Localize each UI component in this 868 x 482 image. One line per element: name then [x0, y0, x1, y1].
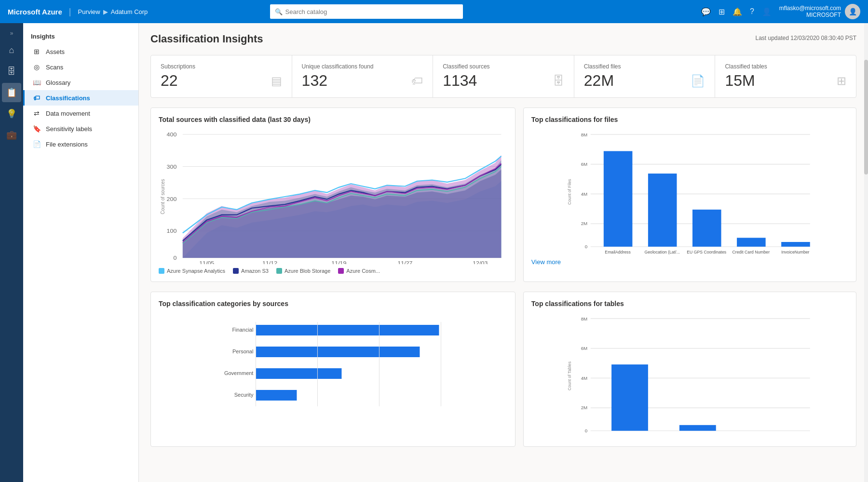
bar-chart-tables-title: Top classifications for tables: [531, 300, 848, 308]
charts-row-2: Top classification categories by sources…: [150, 292, 856, 447]
svg-text:Credit Card Number: Credit Card Number: [732, 250, 770, 254]
svg-text:4M: 4M: [581, 375, 588, 381]
horizontal-bars-area: Financial Personal Government Security: [159, 313, 507, 419]
collapse-button[interactable]: »: [8, 28, 15, 39]
legend-blob-dot: [276, 268, 282, 274]
svg-text:11/12: 11/12: [262, 260, 277, 264]
user-org: MICROSOFT: [779, 12, 841, 18]
svg-text:EmailAddress: EmailAddress: [605, 250, 631, 254]
svg-text:400: 400: [167, 132, 177, 137]
legend-s3: Amazon S3: [233, 268, 269, 274]
bar-chart-categories-card: Top classification categories by sources…: [150, 292, 515, 447]
sidebar-item-classifications-label: Classifications: [46, 94, 90, 102]
svg-text:Government: Government: [224, 370, 254, 376]
svg-text:2M: 2M: [581, 405, 588, 410]
sidebar-item-glossary-label: Glossary: [46, 79, 70, 86]
svg-text:0: 0: [585, 244, 588, 249]
view-more-files[interactable]: View more: [531, 258, 561, 266]
search-bar[interactable]: 🔍: [270, 4, 463, 19]
bar-table-2: [679, 425, 716, 431]
legend-synapse: Azure Synapse Analytics: [159, 268, 225, 274]
doc-nav-icon[interactable]: 📋: [2, 83, 21, 102]
last-updated: Last updated 12/03/2020 08:30:40 PST: [755, 35, 856, 41]
page-title: Classification Insights: [150, 33, 263, 45]
breadcrumb-corp[interactable]: Adatum Corp: [111, 8, 148, 15]
main-layout: » ⌂ 🗄 📋 💡 💼 Insights ⊞ Assets ◎ Scans 📖 …: [0, 23, 868, 482]
stat-classified-tables-label: Classified tables: [725, 63, 846, 70]
sidebar-item-sensitivity-labels[interactable]: 🔖 Sensitivity labels: [23, 121, 138, 136]
legend-synapse-dot: [159, 268, 164, 274]
search-icon: 🔍: [275, 8, 283, 15]
sidebar-item-glossary[interactable]: 📖 Glossary: [23, 75, 138, 90]
stat-classified-sources-icon: 🗄: [553, 74, 564, 88]
charts-row-1: Total sources with classified data (last…: [150, 107, 856, 282]
bar-security: [256, 390, 297, 401]
bar-table-1: [611, 364, 648, 431]
svg-text:6M: 6M: [581, 161, 588, 167]
feedback-icon[interactable]: 💬: [701, 7, 711, 16]
bar-chart-files-svg: 8M 6M 4M 2M 0 Count of Files: [531, 129, 848, 254]
briefcase-nav-icon[interactable]: 💼: [2, 125, 21, 145]
grid-icon[interactable]: ⊞: [719, 7, 725, 16]
svg-text:2M: 2M: [581, 221, 588, 226]
stat-subscriptions-label: Subscriptions: [161, 63, 282, 70]
top-navigation: Microsoft Azure | Purview ▶ Adatum Corp …: [0, 0, 868, 23]
stat-classified-files: Classified files 22M 📄: [574, 55, 716, 97]
breadcrumb-purview[interactable]: Purview: [78, 8, 100, 15]
sidebar-item-sensitivity-label: Sensitivity labels: [46, 125, 92, 133]
svg-text:0: 0: [585, 428, 588, 433]
stat-subscriptions-value: 22: [161, 72, 178, 90]
sidebar-item-file-ext-label: File extensions: [46, 141, 88, 148]
main-content: Classification Insights Last updated 12/…: [139, 23, 868, 482]
file-ext-icon: 📄: [32, 140, 41, 148]
icon-bar: » ⌂ 🗄 📋 💡 💼: [0, 23, 23, 482]
bulb-nav-icon[interactable]: 💡: [2, 104, 21, 123]
sidebar-item-data-movement[interactable]: ⇄ Data movement: [23, 106, 138, 121]
classifications-icon: 🏷: [32, 94, 41, 102]
stat-unique-class-value: 132: [302, 72, 327, 90]
scans-icon: ◎: [32, 63, 41, 71]
svg-text:Security: Security: [234, 392, 254, 398]
stat-classified-files-icon: 📄: [691, 74, 705, 88]
nav-actions: 💬 ⊞ 🔔 ? 👤 mflasko@microsoft.com MICROSOF…: [701, 4, 860, 19]
sidebar-item-assets[interactable]: ⊞ Assets: [23, 44, 138, 59]
svg-marker-19: [183, 155, 502, 258]
svg-text:Count of Files: Count of Files: [567, 179, 571, 205]
svg-text:8M: 8M: [581, 316, 588, 321]
home-nav-icon[interactable]: ⌂: [2, 40, 21, 60]
help-icon[interactable]: ?: [750, 7, 754, 16]
line-chart-svg: 400 300 200 100 0 Count of sources 11/05…: [159, 129, 507, 264]
sidebar-item-assets-label: Assets: [46, 48, 65, 55]
avatar[interactable]: 👤: [845, 4, 860, 19]
bar-chart-tables-card: Top classifications for tables 8M 6M 4M …: [523, 292, 856, 447]
bar-financial: [256, 325, 439, 335]
assets-icon: ⊞: [32, 48, 41, 55]
bar-personal: [256, 347, 420, 357]
sidebar-item-scans-label: Scans: [46, 64, 63, 71]
bar-invoice: [781, 242, 810, 247]
svg-text:4M: 4M: [581, 191, 588, 197]
search-input[interactable]: [285, 8, 458, 15]
bar-email: [604, 151, 633, 247]
svg-text:300: 300: [167, 164, 177, 170]
sidebar-item-classifications[interactable]: 🏷 Classifications: [23, 90, 138, 106]
stat-subscriptions: Subscriptions 22 ▤: [151, 55, 292, 97]
bell-icon[interactable]: 🔔: [732, 7, 742, 16]
glossary-icon: 📖: [32, 79, 41, 86]
bar-chart-files-title: Top classifications for files: [531, 116, 848, 123]
svg-text:11/27: 11/27: [397, 260, 412, 264]
stat-classified-tables: Classified tables 15M ⊞: [715, 55, 856, 97]
svg-text:0: 0: [173, 255, 176, 261]
person-icon[interactable]: 👤: [762, 7, 772, 16]
bar-cc: [737, 238, 766, 246]
sidebar-item-file-extensions[interactable]: 📄 File extensions: [23, 136, 138, 152]
stat-subscriptions-icon: ▤: [271, 74, 282, 88]
scrollbar-track[interactable]: [864, 23, 868, 482]
svg-text:Financial: Financial: [232, 327, 253, 333]
data-movement-icon: ⇄: [32, 109, 41, 117]
legend-s3-label: Amazon S3: [241, 268, 269, 274]
scrollbar-thumb[interactable]: [864, 60, 868, 174]
db-nav-icon[interactable]: 🗄: [2, 62, 21, 81]
stat-classified-tables-value: 15M: [725, 72, 755, 90]
sidebar-item-scans[interactable]: ◎ Scans: [23, 59, 138, 75]
